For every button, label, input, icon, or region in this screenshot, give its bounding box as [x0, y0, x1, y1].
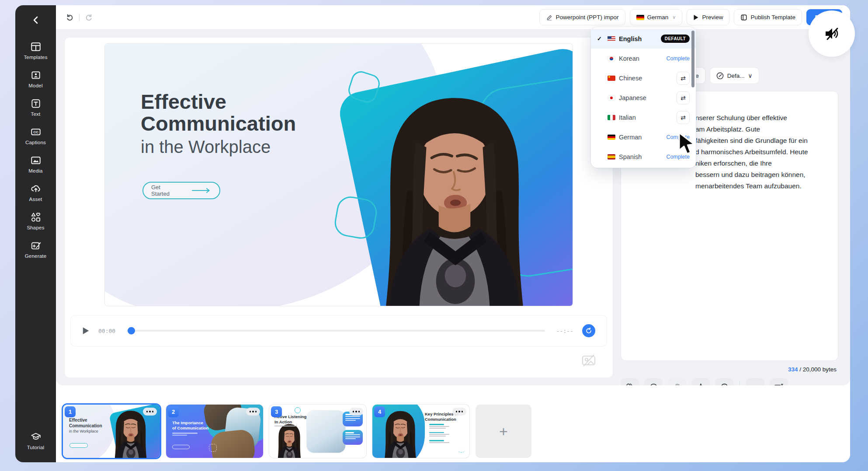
sidebar-item-generate[interactable]: Generate: [15, 238, 56, 260]
pencil-icon: [546, 14, 553, 21]
get-started-button[interactable]: Get Started: [142, 182, 220, 199]
thumb-body-lines: [172, 433, 208, 436]
script-line: d harmonisches Arbeitsumfeld. Heute: [695, 146, 827, 158]
script-line: fähigkeiten sind die Grundlage für ein: [695, 135, 827, 146]
seek-knob[interactable]: [128, 327, 135, 335]
seek-bar[interactable]: [127, 330, 545, 332]
thumb-bullet-list: [429, 424, 449, 447]
toolbar-divider: [79, 14, 80, 21]
slide-canvas[interactable]: Effective Communication in the Workplace…: [105, 44, 573, 306]
thumbnail-menu-button[interactable]: [246, 408, 260, 416]
tutorial-icon: [30, 431, 42, 443]
thumb-title-line: Communication: [69, 423, 102, 429]
japan-flag-icon: [608, 95, 615, 100]
script-line: am Arbeitsplatz. Gute: [695, 124, 827, 135]
china-flag-icon: [608, 76, 615, 81]
chevron-left-icon: [32, 16, 39, 24]
thumbnail-menu-button[interactable]: [143, 408, 157, 416]
asset-upload-icon: [30, 183, 42, 194]
slide-number-badge: 3: [271, 406, 282, 417]
current-time: 00:00: [98, 328, 115, 334]
language-option-chinese[interactable]: Chinese ⇄: [591, 68, 696, 88]
thumb-circle-outline: [295, 407, 301, 413]
language-option-english[interactable]: ✓ English DEFAULT: [591, 29, 696, 48]
us-flag-icon: [608, 36, 615, 42]
publish-template-button[interactable]: Publish Template: [734, 9, 802, 25]
sidebar-item-label: Asset: [29, 197, 42, 202]
default-badge: DEFAULT: [661, 35, 690, 43]
media-icon: [30, 155, 42, 166]
slide-thumbnail-2[interactable]: 2 The Importance of Communication: [166, 405, 263, 458]
char-limit: / 20,000 bytes: [798, 366, 837, 373]
language-option-label: Italian: [619, 114, 636, 121]
redo-icon[interactable]: [85, 13, 93, 21]
script-line: niken erforschen, die Ihre: [695, 158, 827, 169]
slide-thumbnail-1[interactable]: 1 Effective Communication in the Workpla…: [63, 405, 160, 458]
thumb-title-line: In Action: [274, 419, 306, 425]
sidebar-item-media[interactable]: Media: [15, 153, 56, 175]
preview-label: Preview: [702, 14, 723, 21]
italy-flag-icon: [608, 115, 615, 120]
thumb-dashed-square: [209, 444, 217, 452]
slide-number-badge: 2: [168, 406, 179, 417]
thumb-title: Effective Communication in the Workplace: [69, 418, 102, 434]
sidebar-item-label: Captions: [25, 140, 46, 145]
language-option-italian[interactable]: Italian ⇄: [591, 107, 696, 127]
ppt-import-button[interactable]: Powerpoint (PPT) impor: [539, 9, 625, 25]
refresh-button[interactable]: [582, 324, 595, 337]
refresh-icon: [585, 327, 592, 334]
complete-link[interactable]: Complete: [667, 55, 690, 62]
slide-thumbnail-3[interactable]: 3 Active Listening In Action: [269, 405, 366, 458]
slide-number-badge: 1: [65, 406, 76, 417]
sidebar-item-captions[interactable]: CC Captions: [15, 125, 56, 147]
thumb-title: The Importance of Communication: [172, 420, 208, 436]
character-counter: 334 / 20,000 bytes: [621, 366, 838, 373]
back-button[interactable]: [26, 12, 45, 28]
templates-icon: [30, 41, 42, 52]
thumbnail-menu-button[interactable]: [452, 408, 466, 416]
translate-swap-button[interactable]: ⇄: [677, 72, 690, 85]
thumb-avatar: [104, 408, 157, 458]
script-line: menarbeitendes Team aufzubauen.: [695, 180, 827, 192]
translate-swap-button[interactable]: ⇄: [677, 91, 690, 104]
sidebar-item-tutorial[interactable]: Tutorial: [27, 429, 45, 452]
thumb-body-lines: [274, 426, 306, 426]
thumb-title-line: of Communication: [172, 426, 208, 431]
add-slide-button[interactable]: +: [476, 405, 531, 458]
undo-icon[interactable]: [66, 13, 74, 21]
sidebar-item-shapes[interactable]: Shapes: [15, 210, 56, 232]
script-line: bessern und dazu beitragen können,: [695, 169, 827, 180]
spain-flag-icon: [608, 154, 615, 159]
sidebar-item-label: Templates: [24, 55, 47, 60]
no-background-icon[interactable]: [581, 354, 596, 367]
sidebar-item-model[interactable]: Model: [15, 68, 56, 90]
thumb-title-line: The Importance: [172, 420, 208, 426]
slide-title: Effective Communication in the Workplace: [141, 91, 296, 158]
svg-text:CC: CC: [33, 130, 38, 134]
dropdown-scrollbar[interactable]: [691, 31, 694, 87]
translate-swap-button[interactable]: ⇄: [677, 111, 690, 124]
mute-toggle-button[interactable]: [809, 10, 855, 57]
play-button[interactable]: [82, 327, 90, 335]
sidebar-item-text[interactable]: Text: [15, 96, 56, 118]
sidebar-item-label: Generate: [25, 253, 47, 259]
generate-icon: [30, 240, 42, 251]
player-bar: 00:00 --:--: [71, 315, 607, 346]
language-option-korean[interactable]: Korean Complete: [591, 48, 696, 68]
preview-button[interactable]: Preview: [687, 9, 729, 25]
slide-thumbnail-4[interactable]: 4 Key Principles of Communication: [372, 405, 469, 458]
language-option-label: English: [619, 35, 642, 42]
sidebar-item-templates[interactable]: Templates: [15, 39, 56, 62]
sidebar-item-asset[interactable]: Asset: [15, 181, 56, 204]
thumbnail-menu-button[interactable]: [349, 408, 363, 416]
slides-strip: 1 Effective Communication in the Workpla…: [56, 385, 850, 462]
script-line: nserer Schulung über effektive: [695, 112, 827, 124]
top-toolbar: Powerpoint (PPT) impor German ∨ Preview …: [56, 5, 850, 30]
speed-selector-button[interactable]: Defa... ∨: [710, 67, 759, 84]
thumb-title-line: Effective: [69, 418, 102, 423]
thumb-dashed-arc: [458, 448, 465, 453]
thumb-title-line: Communication: [425, 417, 458, 422]
language-selector-button[interactable]: German ∨: [630, 9, 683, 25]
language-option-label: Korean: [619, 55, 639, 62]
language-option-japanese[interactable]: Japanese ⇄: [591, 88, 696, 107]
